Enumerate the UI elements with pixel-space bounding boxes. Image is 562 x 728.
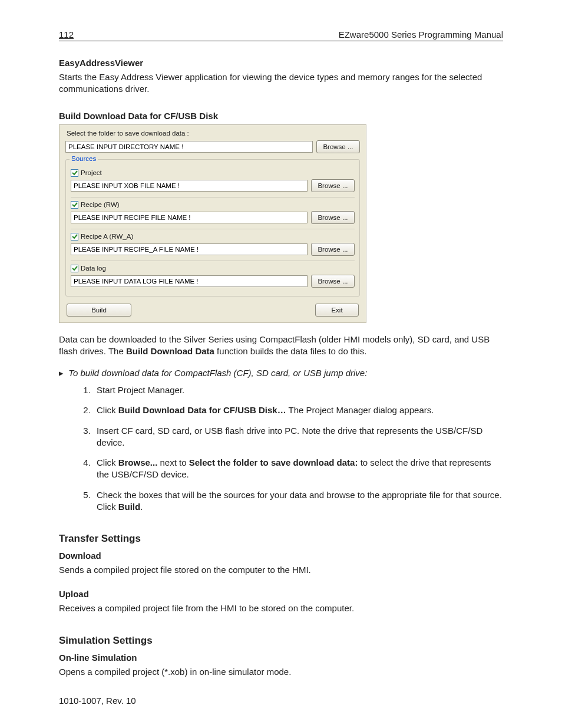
check-icon <box>72 202 78 207</box>
directory-input[interactable]: PLEASE INPUT DIRECTORY NAME ! <box>65 141 313 153</box>
recipe-file-input[interactable]: PLEASE INPUT RECIPE FILE NAME ! <box>71 212 308 223</box>
check-icon <box>72 265 78 271</box>
document-page: 112 EZware5000 Series Programming Manual… <box>0 0 562 728</box>
datalog-checkbox[interactable] <box>71 265 78 272</box>
build-download-desc: Data can be downloaded to the Silver Ser… <box>59 334 503 358</box>
heading-build-download-data: Build Download Data for CF/USB Disk <box>59 111 503 121</box>
datalog-label: Data log <box>81 265 106 272</box>
datalog-checkbox-row: Data log <box>71 265 355 272</box>
browse-button-recipe-a[interactable]: Browse ... <box>311 243 355 256</box>
step-4: Click Browse... next to Select the folde… <box>93 457 503 481</box>
folder-row: PLEASE INPUT DIRECTORY NAME ! Browse ... <box>65 140 360 153</box>
folder-select-label: Select the folder to save download data … <box>67 130 360 137</box>
step-2: Click Build Download Data for CF/USB Dis… <box>93 404 503 416</box>
xob-file-input[interactable]: PLEASE INPUT XOB FILE NAME ! <box>71 180 308 192</box>
dialog-button-row: Build Exit <box>65 304 360 317</box>
datalog-file-input[interactable]: PLEASE INPUT DATA LOG FILE NAME ! <box>71 275 308 287</box>
browse-button-datalog[interactable]: Browse ... <box>311 275 355 288</box>
online-simulation-desc: Opens a compiled project (*.xob) in on-l… <box>59 666 503 678</box>
easyaddressviewer-desc: Starts the Easy Address Viewer applicati… <box>59 71 503 95</box>
recipe-a-file-input[interactable]: PLEASE INPUT RECIPE_A FILE NAME ! <box>71 243 308 255</box>
revision-footer: 1010-1007, Rev. 10 <box>59 696 503 706</box>
arrow-icon: ▸ <box>59 368 66 378</box>
recipe-a-checkbox[interactable] <box>71 233 78 241</box>
check-icon <box>72 170 78 176</box>
steps-list: Start Project Manager. Click Build Downl… <box>59 384 503 513</box>
recipe-a-label: Recipe A (RW_A) <box>81 233 133 240</box>
build-download-dialog: Select the folder to save download data … <box>59 124 366 323</box>
heading-online-simulation: On-line Simulation <box>59 653 503 663</box>
check-icon <box>72 233 78 239</box>
project-checkbox[interactable] <box>71 169 78 177</box>
project-label: Project <box>81 169 102 176</box>
page-header: 112 EZware5000 Series Programming Manual <box>59 29 503 41</box>
browse-button-recipe[interactable]: Browse ... <box>311 211 355 224</box>
divider <box>71 197 355 197</box>
instruction-lead: ▸ To build download data for CompactFlas… <box>59 368 503 378</box>
download-desc: Sends a compiled project file stored on … <box>59 564 503 576</box>
exit-button[interactable]: Exit <box>315 304 359 317</box>
heading-easyaddressviewer: EasyAddressViewer <box>59 58 503 68</box>
divider <box>71 261 355 261</box>
sources-legend: Sources <box>70 155 98 162</box>
recipe-checkbox[interactable] <box>71 201 78 209</box>
recipe-checkbox-row: Recipe (RW) <box>71 201 355 209</box>
project-checkbox-row: Project <box>71 169 355 177</box>
heading-transfer-settings: Transfer Settings <box>59 533 503 545</box>
manual-title: EZware5000 Series Programming Manual <box>339 29 503 39</box>
step-1: Start Project Manager. <box>93 384 503 396</box>
sources-fieldset: Sources Project PLEASE INPUT XOB FILE NA… <box>65 159 360 297</box>
browse-button-directory[interactable]: Browse ... <box>316 140 360 153</box>
step-3: Insert CF card, SD card, or USB flash dr… <box>93 425 503 449</box>
heading-simulation-settings: Simulation Settings <box>59 635 503 647</box>
recipe-label: Recipe (RW) <box>81 201 120 208</box>
heading-upload: Upload <box>59 589 503 599</box>
build-button[interactable]: Build <box>67 304 131 317</box>
heading-download: Download <box>59 551 503 561</box>
divider <box>71 229 355 229</box>
page-number: 112 <box>59 29 74 39</box>
step-5: Check the boxes that will be the sources… <box>93 489 503 513</box>
recipe-a-checkbox-row: Recipe A (RW_A) <box>71 233 355 241</box>
upload-desc: Receives a compiled project file from th… <box>59 602 503 614</box>
browse-button-xob[interactable]: Browse ... <box>311 179 355 192</box>
